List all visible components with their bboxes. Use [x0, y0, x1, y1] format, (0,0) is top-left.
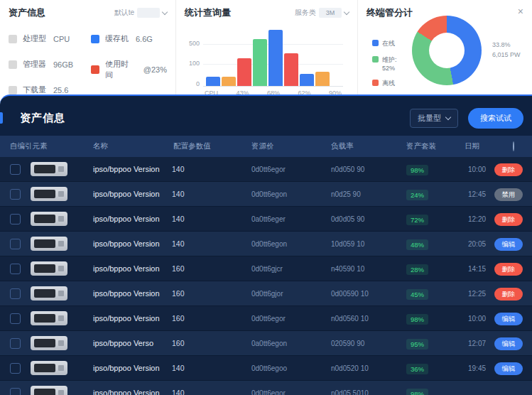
donut-chart	[412, 16, 482, 85]
row-action-button[interactable]: 禁用	[494, 188, 523, 201]
cell-param: 160	[170, 289, 248, 298]
cell-action: 编辑	[494, 361, 532, 376]
section-title: 资产信息	[20, 112, 65, 125]
cell-date: 19:45	[461, 364, 494, 372]
cell-action: 禁用	[494, 187, 532, 202]
table-row: ipso/bppoo Version1600d0tt6gjor0d00590 1…	[0, 281, 532, 306]
donut-legend: 在线维护: 52%离线	[372, 39, 409, 88]
cell-load: n0d050 90	[327, 166, 403, 173]
cell-resource: 0d0tt6egon	[248, 240, 327, 248]
row-action-button[interactable]: 编辑	[494, 362, 523, 375]
cell-param: 160	[170, 314, 248, 323]
chevron-down-icon	[445, 114, 451, 119]
stats-chart-title: 统计查询量	[185, 6, 231, 19]
row-action-button[interactable]: 删除	[494, 263, 523, 276]
stat-item: 缓存机6.6G	[91, 33, 167, 44]
asset-info-card-header: 资产信息 默认te	[9, 6, 167, 19]
stats-chart-filter-dropdown[interactable]: 服务类 3M	[295, 8, 349, 18]
chevron-down-icon	[162, 9, 168, 14]
search-button[interactable]: 搜索试试	[468, 108, 523, 129]
legend-label: 维护: 52%	[382, 55, 409, 72]
cell-resource: 0d0tt6gjcr	[248, 265, 327, 273]
cell-resource: 0a0tt6egon	[248, 340, 327, 347]
chevron-down-icon	[344, 9, 349, 14]
table-controls: 批量型 搜索试试	[410, 108, 523, 129]
cell-badge: 95%	[403, 337, 461, 350]
y-axis-tick-label: 500	[189, 40, 200, 47]
col-header-date: 日期	[461, 141, 494, 151]
batch-filter-dropdown[interactable]: 批量型	[410, 109, 458, 128]
asset-info-filter-dropdown[interactable]: 默认te	[114, 8, 167, 18]
table-row: ipso/bppoo Version1400d0tt6egorn0d05 501…	[0, 381, 532, 395]
row-checkbox[interactable]	[10, 164, 21, 175]
cell-action: 删除	[494, 162, 532, 177]
status-badge: 95%	[406, 339, 428, 350]
stat-color-square-icon	[9, 35, 17, 43]
row-checkbox[interactable]	[10, 363, 21, 374]
stats-chart-card: 统计查询量 服务类 3M 5001000 CPU43%68%62%90%	[176, 0, 358, 94]
row-action-button[interactable]: 删除	[494, 213, 523, 226]
device-thumbnail[interactable]	[31, 187, 67, 201]
cell-resource: 0a0tt6eger	[248, 215, 327, 223]
row-action-button[interactable]: 编辑	[494, 313, 523, 325]
device-thumbnail[interactable]	[31, 311, 67, 325]
row-action-button[interactable]: 编辑	[494, 337, 523, 350]
row-checkbox[interactable]	[10, 338, 21, 349]
refresh-icon[interactable]	[513, 141, 514, 151]
status-badge: 36%	[406, 364, 428, 374]
row-checkbox[interactable]	[10, 214, 21, 224]
cell-name: ipso/bppoo Version	[89, 190, 170, 198]
stat-color-square-icon	[9, 60, 17, 69]
cell-param: 140	[170, 364, 248, 372]
row-action-button[interactable]: 删除	[494, 163, 523, 176]
row-checkbox[interactable]	[10, 239, 21, 249]
batch-filter-label: 批量型	[418, 113, 441, 124]
row-checkbox[interactable]	[10, 388, 21, 395]
device-thumbnail[interactable]	[31, 237, 67, 251]
status-badge: 98%	[406, 314, 428, 325]
device-thumbnail[interactable]	[31, 361, 67, 375]
legend-item: 离线	[372, 79, 409, 88]
device-thumbnail[interactable]	[31, 286, 67, 301]
cell-date: 12:07	[461, 340, 494, 347]
row-checkbox[interactable]	[10, 264, 21, 274]
cell-load: 0d00590 10	[327, 290, 403, 298]
legend-label: 在线	[382, 39, 395, 48]
cell-name: ipso/bppoo Verso	[89, 339, 170, 347]
cell-resource: 0d0tt6egon	[248, 190, 327, 198]
cell-name: ipso/bppoo Version	[89, 264, 170, 273]
row-checkbox[interactable]	[10, 288, 21, 299]
bar	[253, 39, 267, 86]
cell-param: 160	[170, 339, 248, 347]
row-action-button[interactable]: 编辑	[494, 238, 523, 251]
cell-action: 编辑	[494, 311, 532, 326]
legend-color-square-icon	[372, 40, 379, 46]
cell-date: 10:00	[461, 166, 494, 173]
row-checkbox[interactable]	[10, 189, 21, 200]
asset-info-title: 资产信息	[9, 6, 45, 19]
stat-label: 管理器	[23, 59, 46, 70]
cell-load: n0d0520 10	[327, 364, 403, 372]
cell-badge: 45%	[403, 287, 461, 300]
device-thumbnail[interactable]	[31, 162, 67, 176]
close-icon[interactable]: ×	[518, 6, 523, 16]
cell-badge: 98%	[403, 312, 461, 325]
cell-load: n0d25 90	[327, 190, 403, 198]
device-thumbnail[interactable]	[31, 386, 67, 395]
donut-card-title: 终端管分计	[367, 6, 413, 19]
cell-action: 删除	[494, 286, 532, 301]
row-checkbox[interactable]	[10, 313, 21, 324]
table-header-row: 自编引元素名称配置参数值资源价负载率资产套装日期	[0, 136, 532, 157]
stat-value: 6.6G	[136, 35, 153, 43]
bar-chart-plot-area	[203, 28, 343, 87]
device-thumbnail[interactable]	[31, 261, 67, 276]
bar	[284, 53, 298, 86]
cell-action: 删除	[494, 261, 532, 276]
status-badge: 98%	[406, 165, 428, 175]
stats-chart-card-header: 统计查询量 服务类 3M	[185, 6, 349, 19]
table-row: ipso/bppoo Verso1600a0tt6egon020590 9095…	[0, 331, 532, 356]
row-action-button[interactable]: 删除	[494, 288, 523, 301]
stat-label: 使用时间	[105, 59, 136, 80]
device-thumbnail[interactable]	[31, 336, 67, 350]
device-thumbnail[interactable]	[31, 212, 67, 226]
